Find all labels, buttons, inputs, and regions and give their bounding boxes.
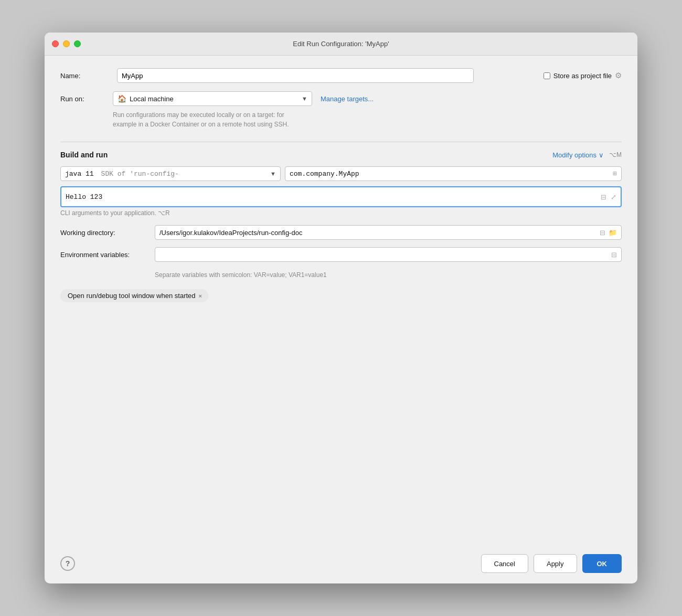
window-title: Edit Run Configuration: 'MyApp' [293, 40, 389, 48]
runon-row: Run on: 🏠 Local machine ▼ Manage targets… [60, 91, 622, 106]
expand-icon[interactable]: ⊞ [613, 169, 617, 178]
cli-args-value: Hello 123 [66, 193, 601, 201]
gear-icon[interactable]: ⚙ [615, 71, 622, 80]
modify-options-button[interactable]: Modify options ∨ ⌥M [552, 151, 622, 159]
runon-dropdown[interactable]: 🏠 Local machine ▼ [113, 91, 312, 106]
house-icon: 🏠 [118, 94, 126, 103]
traffic-lights [52, 40, 81, 47]
run-hint: Run configurations may be executed local… [113, 110, 622, 129]
divider [60, 142, 622, 142]
working-dir-label: Working directory: [60, 229, 155, 237]
store-project-label: Store as project file [553, 72, 612, 80]
chevron-down-icon: ∨ [599, 151, 604, 159]
env-hint: Separate variables with semicolon: VAR=v… [155, 271, 622, 279]
name-label: Name: [60, 72, 113, 80]
tag-close-button[interactable]: × [199, 293, 202, 299]
main-class-field[interactable]: com.company.MyApp ⊞ [285, 166, 622, 181]
tag-row: Open run/debug tool window when started … [60, 289, 622, 302]
manage-targets-link[interactable]: Manage targets... [321, 95, 374, 103]
env-vars-label: Environment variables: [60, 251, 155, 259]
name-row: Name: Store as project file ⚙ [60, 68, 622, 83]
cli-hint: CLI arguments to your application. ⌥R [60, 209, 622, 217]
env-vars-icons: ⊟ [611, 251, 617, 259]
env-vars-field[interactable]: ⊟ [155, 247, 622, 262]
main-class-value: com.company.MyApp [290, 170, 359, 178]
cli-icons: ⊟ ⤢ [601, 193, 616, 201]
titlebar: Edit Run Configuration: 'MyApp' [45, 33, 637, 56]
paste-icon[interactable]: ⊟ [601, 193, 606, 201]
apply-button[interactable]: Apply [534, 554, 577, 573]
action-buttons: Cancel Apply OK [481, 554, 622, 573]
tag-open-debug: Open run/debug tool window when started … [60, 289, 208, 302]
dialog-window: Edit Run Configuration: 'MyApp' Name: St… [45, 33, 637, 583]
working-dir-value: /Users/igor.kulakov/IdeaProjects/run-con… [159, 229, 600, 237]
expand-icon[interactable]: ⤢ [611, 193, 616, 201]
store-project-checkbox[interactable] [544, 72, 550, 79]
name-section: Name: [60, 68, 544, 83]
working-dir-icons: ⊟ 📁 [600, 229, 617, 237]
minimize-button[interactable] [63, 40, 70, 47]
store-project-section: Store as project file ⚙ [544, 71, 622, 80]
working-dir-field[interactable]: /Users/igor.kulakov/IdeaProjects/run-con… [155, 225, 622, 240]
sdk-main-text: java 11 [65, 170, 94, 178]
cancel-button[interactable]: Cancel [481, 554, 528, 573]
sdk-row: java 11 SDK of 'run-config- ▼ com.compan… [60, 166, 622, 181]
tag-label: Open run/debug tool window when started [68, 292, 196, 300]
help-button[interactable]: ? [60, 556, 75, 571]
folder-icon[interactable]: 📁 [609, 229, 617, 237]
modify-options-label: Modify options [552, 151, 596, 159]
name-input[interactable] [117, 68, 474, 83]
chevron-down-icon: ▼ [302, 95, 307, 102]
expand-icon[interactable]: ⊟ [611, 251, 617, 259]
cli-args-field[interactable]: Hello 123 ⊟ ⤢ [60, 186, 622, 207]
runon-label: Run on: [60, 95, 113, 103]
paste-icon[interactable]: ⊟ [600, 229, 605, 237]
ok-button[interactable]: OK [582, 554, 622, 573]
sdk-dropdown[interactable]: java 11 SDK of 'run-config- ▼ [60, 166, 281, 181]
modify-options-shortcut: ⌥M [609, 151, 622, 158]
bottom-bar: ? Cancel Apply OK [45, 546, 637, 583]
main-content: Name: Store as project file ⚙ Run on: 🏠 … [45, 56, 637, 546]
build-run-header: Build and run Modify options ∨ ⌥M [60, 151, 622, 159]
working-dir-row: Working directory: /Users/igor.kulakov/I… [60, 225, 622, 240]
sdk-secondary-text: SDK of 'run-config- [101, 170, 179, 178]
section-title: Build and run [60, 151, 108, 159]
close-button[interactable] [52, 40, 59, 47]
sdk-chevron-icon: ▼ [270, 171, 276, 177]
env-vars-row: Environment variables: ⊟ [60, 247, 622, 262]
runon-value: Local machine [130, 95, 299, 103]
maximize-button[interactable] [74, 40, 81, 47]
